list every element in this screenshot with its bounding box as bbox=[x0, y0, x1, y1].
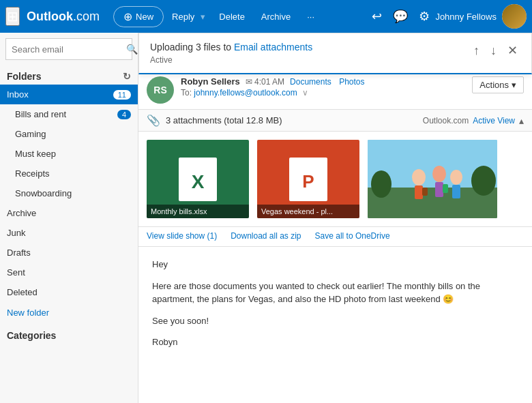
upload-toast-status: Active bbox=[150, 55, 312, 65]
sender-avatar: RS bbox=[147, 76, 174, 104]
new-folder-link[interactable]: New folder bbox=[0, 302, 138, 323]
sidebar: 🔍 Folders ↻ Inbox 11 Bills and rent 4 Ga… bbox=[0, 33, 138, 403]
attachments-count: 3 attachments (total 12.8 MB) bbox=[166, 115, 282, 125]
toast-down-icon[interactable]: ↓ bbox=[488, 42, 499, 59]
toast-close-icon[interactable]: ✕ bbox=[505, 42, 520, 59]
recipient-email[interactable]: johnny.fellows@outlook.com bbox=[194, 88, 297, 98]
attachments-toggle-icon[interactable]: ▴ bbox=[519, 115, 524, 126]
svg-point-7 bbox=[471, 166, 496, 196]
download-all-link[interactable]: Download all as zip bbox=[231, 231, 301, 241]
new-button[interactable]: ⊕ New bbox=[113, 6, 164, 27]
avatar[interactable] bbox=[502, 4, 527, 29]
attachment-photo[interactable] bbox=[368, 140, 497, 218]
ppt-filename: Vegas weekend - pl... bbox=[257, 205, 359, 218]
attachment-excel[interactable]: X Monthly bills.xlsx bbox=[147, 140, 249, 218]
svg-rect-9 bbox=[415, 185, 423, 199]
upload-toast-title: Uploading 3 files to Email attachments bbox=[150, 42, 312, 53]
settings-icon[interactable]: ⚙ bbox=[413, 5, 435, 28]
body-main: Here are those documents you wanted to c… bbox=[152, 280, 518, 306]
upload-toast-link[interactable]: Email attachments bbox=[234, 42, 312, 53]
attach-source: Outlook.com bbox=[423, 116, 469, 125]
excel-filename: Monthly bills.xlsx bbox=[147, 205, 249, 218]
recipient-close-icon: ∨ bbox=[302, 88, 308, 98]
active-view-link[interactable]: Active View bbox=[473, 116, 515, 125]
svg-point-12 bbox=[450, 170, 462, 185]
upload-toast: Uploading 3 files to Email attachments A… bbox=[138, 33, 532, 74]
search-box[interactable]: 🔍 bbox=[5, 38, 132, 60]
reply-button[interactable]: Reply ▾ bbox=[164, 8, 211, 26]
top-navigation: ⊞ Outlook.com ⊕ New Reply ▾ Delete Archi… bbox=[0, 0, 532, 33]
sender-email: ✉ 4:01 AM bbox=[246, 77, 284, 87]
archive-button[interactable]: Archive bbox=[253, 8, 299, 26]
sidebar-item-receipts[interactable]: Receipts bbox=[0, 164, 138, 183]
app-logo: Outlook.com bbox=[27, 10, 100, 24]
folders-header: Folders ↻ bbox=[0, 65, 138, 85]
body-greeting: Hey bbox=[152, 258, 518, 271]
search-icon[interactable]: 🔍 bbox=[126, 44, 138, 55]
sender-links: Documents Photos bbox=[290, 77, 370, 87]
excel-file-svg: X bbox=[179, 158, 217, 201]
email-header: RS Robyn Sellers ✉ 4:01 AM Documents Pho… bbox=[138, 71, 532, 110]
refresh-icon[interactable]: ↻ bbox=[123, 71, 131, 82]
reply-dropdown-icon[interactable]: ▾ bbox=[201, 12, 205, 22]
body-signature: Robyn bbox=[152, 335, 518, 349]
delete-button[interactable]: Delete bbox=[211, 8, 253, 26]
sidebar-item-bills-and-rent[interactable]: Bills and rent 4 bbox=[0, 104, 138, 124]
sidebar-item-junk[interactable]: Junk bbox=[0, 223, 138, 243]
user-name: Johnny Fellows bbox=[435, 12, 497, 22]
app-grid-icon[interactable]: ⊞ bbox=[5, 7, 20, 26]
attachment-ppt[interactable]: P Vegas weekend - pl... bbox=[257, 140, 359, 218]
sidebar-item-must-keep[interactable]: Must keep bbox=[0, 144, 138, 164]
toast-up-icon[interactable]: ↑ bbox=[471, 42, 482, 59]
main-area: 🔍 Folders ↻ Inbox 11 Bills and rent 4 Ga… bbox=[0, 33, 532, 403]
thumbnails-row: X Monthly bills.xlsx P Vegas weekend - p… bbox=[138, 132, 532, 227]
save-onedrive-link[interactable]: Save all to OneDrive bbox=[315, 231, 390, 241]
photos-link[interactable]: Photos bbox=[339, 77, 364, 87]
sidebar-item-sent[interactable]: Sent bbox=[0, 263, 138, 282]
content-panel: Uploading 3 files to Email attachments A… bbox=[138, 33, 532, 403]
view-slideshow-link[interactable]: View slide show (1) bbox=[147, 231, 217, 241]
sidebar-item-archive[interactable]: Archive bbox=[0, 203, 138, 223]
more-button[interactable]: ··· bbox=[299, 8, 323, 26]
attachments-bar: 📎 3 attachments (total 12.8 MB) Outlook.… bbox=[138, 110, 532, 132]
undo-icon[interactable]: ↩ bbox=[366, 5, 387, 28]
categories-header: Categories bbox=[0, 323, 138, 344]
documents-link[interactable]: Documents bbox=[290, 77, 331, 87]
svg-rect-14 bbox=[422, 188, 428, 196]
actions-dropdown-icon: ▾ bbox=[512, 80, 516, 90]
sidebar-item-snowboarding[interactable]: Snowboarding bbox=[0, 183, 138, 203]
svg-point-8 bbox=[412, 169, 426, 185]
svg-rect-15 bbox=[443, 184, 448, 193]
photo-svg bbox=[368, 140, 497, 218]
sidebar-item-deleted[interactable]: Deleted bbox=[0, 282, 138, 302]
sidebar-item-drafts[interactable]: Drafts bbox=[0, 243, 138, 263]
attachment-links: View slide show (1) Download all as zip … bbox=[138, 227, 532, 247]
sidebar-item-gaming[interactable]: Gaming bbox=[0, 124, 138, 144]
ppt-file-svg: P bbox=[289, 158, 327, 201]
svg-point-10 bbox=[432, 166, 446, 182]
svg-rect-13 bbox=[452, 185, 460, 198]
sender-name: Robyn Sellers bbox=[181, 76, 240, 87]
email-body: Hey Here are those documents you wanted … bbox=[138, 247, 532, 403]
search-input[interactable] bbox=[12, 44, 126, 55]
actions-button[interactable]: Actions ▾ bbox=[472, 76, 524, 93]
svg-point-6 bbox=[371, 170, 391, 198]
svg-text:P: P bbox=[302, 170, 314, 191]
svg-text:X: X bbox=[192, 170, 205, 192]
paperclip-icon: 📎 bbox=[147, 114, 160, 127]
sidebar-item-inbox[interactable]: Inbox 11 bbox=[0, 85, 138, 104]
new-icon: ⊕ bbox=[123, 10, 132, 23]
body-closing: See you soon! bbox=[152, 314, 518, 328]
chat-icon[interactable]: 💬 bbox=[387, 5, 413, 28]
svg-rect-11 bbox=[435, 182, 443, 197]
recipient-row: To: johnny.fellows@outlook.com ∨ bbox=[181, 88, 472, 98]
